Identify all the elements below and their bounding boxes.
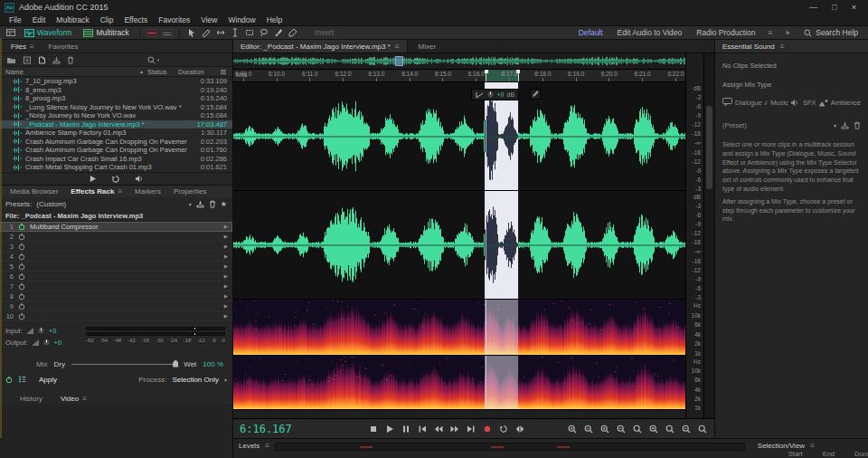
slot-power-toggle[interactable] <box>18 223 25 231</box>
spectral-display-left[interactable] <box>233 300 685 356</box>
output-knob[interactable] <box>42 339 51 347</box>
stop-button[interactable] <box>367 424 379 434</box>
zoom-in-right-selection-button[interactable] <box>680 424 692 434</box>
slot-arrow-icon[interactable]: ▶ <box>224 224 228 229</box>
slot-power-toggle[interactable] <box>18 243 25 251</box>
slot-arrow-icon[interactable]: ▶ <box>224 303 228 309</box>
files-search-icon[interactable]: ▾ <box>147 56 160 64</box>
save-preset-icon[interactable] <box>196 200 204 208</box>
slot-arrow-icon[interactable]: ▶ <box>224 273 228 279</box>
zoom-to-selection-button[interactable] <box>664 424 675 434</box>
editor-panel-menu-icon[interactable]: ≡ <box>395 43 400 51</box>
menu-file[interactable]: File <box>4 15 27 24</box>
multitrack-view-button[interactable]: Multitrack <box>79 27 133 38</box>
column-name[interactable]: Name <box>5 68 136 76</box>
zoom-out-time-button[interactable] <box>582 424 594 434</box>
spectral-display-right[interactable] <box>233 356 685 410</box>
mix-type-ambience-button[interactable]: Ambience <box>818 98 861 107</box>
slot-power-toggle[interactable] <box>18 282 25 291</box>
tab-video[interactable]: Video≡ <box>52 395 96 403</box>
rack-panel-menu-icon[interactable]: ≡ <box>118 187 122 196</box>
mix-type-dialogue-button[interactable]: Dialogue <box>722 98 762 107</box>
zoom-in-left-selection-button[interactable] <box>647 424 659 434</box>
vertical-scrollbar[interactable] <box>703 53 714 418</box>
move-next-button[interactable] <box>465 424 476 434</box>
overview-navigator[interactable] <box>233 53 685 70</box>
column-duration[interactable]: Duration <box>178 68 216 76</box>
es-save-preset-icon[interactable] <box>841 121 849 129</box>
input-value[interactable]: +0 <box>49 327 57 335</box>
editor-tab[interactable]: Editor: _Podcast - Maxim Jago Interview.… <box>233 40 408 52</box>
files-panel-menu-icon[interactable]: ≡ <box>30 43 34 51</box>
sort-ascending-icon[interactable]: ▲ <box>139 69 144 74</box>
tab-favorites[interactable]: Favorites <box>42 43 86 51</box>
column-settings-icon[interactable] <box>220 69 227 75</box>
mixer-tab[interactable]: Mixer <box>408 40 448 52</box>
zoom-reset-button[interactable] <box>631 424 643 434</box>
zoom-out-amplitude-button[interactable] <box>615 424 627 434</box>
file-row[interactable]: 7_10_proog.mp30:33.109 <box>0 77 232 86</box>
file-row[interactable]: _Noisy Journey to New York VO.wav0:15.08… <box>0 111 232 120</box>
selection-view-menu-icon[interactable]: ≡ <box>810 442 815 450</box>
overview-view-indicator[interactable] <box>395 56 403 66</box>
menu-multitrack[interactable]: Multitrack <box>51 15 94 24</box>
preview-loop-button[interactable] <box>111 175 120 184</box>
slot-arrow-icon[interactable]: ▶ <box>224 283 228 289</box>
presets-dropdown-icon[interactable]: ▾ <box>189 201 192 207</box>
loop-playback-button[interactable] <box>497 424 509 434</box>
tab-properties[interactable]: Properties <box>167 187 212 196</box>
delete-file-icon[interactable] <box>67 56 74 64</box>
show-waveform-display-button[interactable] <box>146 27 158 38</box>
file-row[interactable]: Crash Aluminum Garbage Can Dropping On P… <box>0 138 232 147</box>
video-panel-menu-icon[interactable]: ≡ <box>82 395 87 403</box>
column-status[interactable]: Status <box>147 68 175 76</box>
menu-window[interactable]: Window <box>222 15 260 24</box>
effect-slot[interactable]: 7▶ <box>0 281 232 291</box>
time-display[interactable]: 6:16.167 <box>240 423 326 435</box>
apply-button[interactable]: Apply <box>32 375 64 385</box>
lasso-selection-tool[interactable] <box>258 27 270 38</box>
slot-arrow-icon[interactable]: ▶ <box>224 253 228 259</box>
tab-markers[interactable]: Markers <box>128 187 167 196</box>
hud-gain-knob[interactable] <box>486 91 495 99</box>
time-selection-tool[interactable] <box>229 27 241 38</box>
search-help-button[interactable]: Search Help <box>798 28 863 37</box>
show-spectral-display-button[interactable] <box>161 27 174 38</box>
effect-slot[interactable]: 4▶ <box>0 252 232 262</box>
marquee-selection-tool[interactable] <box>243 27 256 38</box>
fast-forward-button[interactable] <box>448 424 460 434</box>
move-previous-button[interactable] <box>416 424 428 434</box>
es-delete-preset-icon[interactable] <box>854 121 861 129</box>
panel-grid-icon[interactable] <box>5 27 17 38</box>
waveform-left-canvas[interactable] <box>233 82 685 190</box>
slot-arrow-icon[interactable]: ▶ <box>224 293 228 299</box>
favorite-star-icon[interactable]: ★ <box>221 200 227 208</box>
rewind-button[interactable] <box>432 424 444 434</box>
slot-arrow-icon[interactable]: ▶ <box>224 263 228 269</box>
slip-tool[interactable] <box>214 27 227 38</box>
es-preset-dropdown-icon[interactable]: ▾ <box>834 122 836 129</box>
effect-slot[interactable]: 9▶ <box>0 301 232 311</box>
file-row[interactable]: _Long Silence Noisy Journey to New York … <box>0 103 232 112</box>
effect-slot[interactable]: 8▶ <box>0 291 232 301</box>
file-row[interactable]: _Podcast - Maxim Jago Interview.mp3 *17:… <box>0 120 232 129</box>
levels-menu-icon[interactable]: ≡ <box>265 442 269 450</box>
overview-waveform-canvas[interactable] <box>233 53 685 69</box>
new-file-icon[interactable] <box>38 56 46 64</box>
slot-power-toggle[interactable] <box>18 292 25 301</box>
slot-power-toggle[interactable] <box>18 302 25 310</box>
menu-effects[interactable]: Effects <box>118 15 153 24</box>
spot-healing-brush-tool[interactable] <box>287 27 299 38</box>
waveform-view-button[interactable]: Waveform <box>20 27 76 38</box>
selection-view-tab[interactable]: Selection/View <box>758 442 805 450</box>
mix-slider[interactable] <box>71 364 177 365</box>
file-row[interactable]: Crash Aluminum Garbage Can Dropping On P… <box>0 146 232 155</box>
file-row[interactable]: Crash Metal Shopping Cart Crash 01.mp30:… <box>0 163 232 172</box>
slot-power-toggle[interactable] <box>18 312 25 320</box>
essential-sound-menu-icon[interactable]: ≡ <box>780 43 785 51</box>
pause-button[interactable] <box>400 424 411 434</box>
menu-help[interactable]: Help <box>261 15 288 24</box>
waveform-channel-left[interactable]: +0 dB <box>233 82 685 191</box>
waveform-channel-right[interactable] <box>233 191 685 300</box>
effect-slot[interactable]: 2▶ <box>0 232 232 242</box>
